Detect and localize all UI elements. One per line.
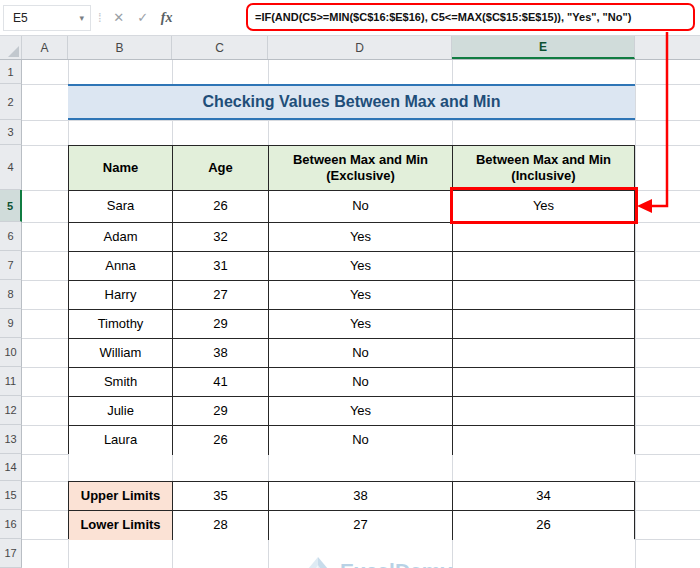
formula-bar-divider-icon: ⁞ bbox=[98, 10, 102, 25]
sheet-grid[interactable]: Checking Values Between Max and Min Name… bbox=[22, 60, 700, 568]
row-header-12[interactable]: 12 bbox=[0, 396, 22, 425]
main-table: Name Age Between Max and Min (Exclusive)… bbox=[68, 145, 635, 454]
cell-E9[interactable] bbox=[453, 310, 634, 339]
column-header-filler bbox=[635, 36, 700, 59]
cell-E10[interactable] bbox=[453, 339, 634, 368]
cell-E4[interactable]: Between Max and Min (Inclusive) bbox=[453, 146, 634, 191]
column-header-A[interactable]: A bbox=[22, 36, 68, 59]
limits-table: Upper Limits 35 38 34 Lower Limits 28 27… bbox=[68, 481, 635, 539]
cell-C11[interactable]: 41 bbox=[173, 368, 269, 397]
column-header-bar: A B C D E bbox=[0, 36, 700, 60]
row-header-11[interactable]: 11 bbox=[0, 367, 22, 396]
select-all-corner[interactable] bbox=[0, 36, 22, 59]
formula-bar: E5 ▾ ⁞ ✕ ✓ fx =IF(AND(C5>=MIN($C$16:$E$1… bbox=[0, 0, 700, 36]
cell-E11[interactable] bbox=[453, 368, 634, 397]
cell-D10[interactable]: No bbox=[269, 339, 453, 368]
row-header-13[interactable]: 13 bbox=[0, 425, 22, 454]
watermark-brand: ExcelDemy bbox=[340, 560, 452, 568]
row-header-16[interactable]: 16 bbox=[0, 510, 22, 539]
chevron-down-icon[interactable]: ▾ bbox=[79, 13, 84, 23]
cell-E7[interactable] bbox=[453, 252, 634, 281]
cell-D7[interactable]: Yes bbox=[269, 252, 453, 281]
cell-C15[interactable]: 35 bbox=[173, 482, 269, 511]
name-box-value: E5 bbox=[13, 11, 28, 25]
formula-input[interactable]: =IF(AND(C5>=MIN($C$16:$E$16), C5<=MAX($C… bbox=[246, 3, 695, 31]
cell-B12[interactable]: Julie bbox=[69, 397, 173, 426]
row-header-10[interactable]: 10 bbox=[0, 338, 22, 367]
cell-D6[interactable]: Yes bbox=[269, 223, 453, 252]
cell-D13[interactable]: No bbox=[269, 426, 453, 455]
enter-icon[interactable]: ✓ bbox=[131, 5, 155, 31]
cell-D4[interactable]: Between Max and Min (Exclusive) bbox=[269, 146, 453, 191]
row-header-1[interactable]: 1 bbox=[0, 60, 22, 84]
watermark: ExcelDemy EXCEL · DATA · BI bbox=[303, 557, 452, 568]
cell-B16[interactable]: Lower Limits bbox=[69, 511, 173, 540]
cell-B7[interactable]: Anna bbox=[69, 252, 173, 281]
cell-C10[interactable]: 38 bbox=[173, 339, 269, 368]
cell-E6[interactable] bbox=[453, 223, 634, 252]
row-header-8[interactable]: 8 bbox=[0, 280, 22, 309]
row-header-14[interactable]: 14 bbox=[0, 454, 22, 481]
name-box[interactable]: E5 ▾ bbox=[3, 5, 91, 31]
cell-C7[interactable]: 31 bbox=[173, 252, 269, 281]
row-header-5[interactable]: 5 bbox=[0, 190, 22, 222]
cell-B10[interactable]: William bbox=[69, 339, 173, 368]
column-header-C[interactable]: C bbox=[172, 36, 268, 59]
cell-E16[interactable]: 26 bbox=[453, 511, 634, 540]
sheet-title-cell[interactable]: Checking Values Between Max and Min bbox=[68, 84, 635, 120]
cell-D16[interactable]: 27 bbox=[269, 511, 453, 540]
cell-D15[interactable]: 38 bbox=[269, 482, 453, 511]
cell-B8[interactable]: Harry bbox=[69, 281, 173, 310]
cell-B11[interactable]: Smith bbox=[69, 368, 173, 397]
row-header-17[interactable]: 17 bbox=[0, 539, 22, 568]
cell-B5[interactable]: Sara bbox=[69, 191, 173, 223]
row-header-15[interactable]: 15 bbox=[0, 481, 22, 510]
cell-C8[interactable]: 27 bbox=[173, 281, 269, 310]
cell-B9[interactable]: Timothy bbox=[69, 310, 173, 339]
cell-C9[interactable]: 29 bbox=[173, 310, 269, 339]
cell-B4[interactable]: Name bbox=[69, 146, 173, 191]
cell-C13[interactable]: 26 bbox=[173, 426, 269, 455]
cell-D8[interactable]: Yes bbox=[269, 281, 453, 310]
cell-E5[interactable]: Yes bbox=[453, 191, 634, 223]
row-header-2[interactable]: 2 bbox=[0, 84, 22, 120]
insert-function-icon[interactable]: fx bbox=[155, 5, 179, 31]
cancel-icon[interactable]: ✕ bbox=[107, 5, 131, 31]
column-header-D[interactable]: D bbox=[268, 36, 452, 59]
cell-C6[interactable]: 32 bbox=[173, 223, 269, 252]
row-header-6[interactable]: 6 bbox=[0, 222, 22, 251]
cell-C4[interactable]: Age bbox=[173, 146, 269, 191]
row-header-bar: 1 2 3 4 5 6 7 8 9 10 11 12 13 14 15 16 1… bbox=[0, 60, 22, 568]
cell-D11[interactable]: No bbox=[269, 368, 453, 397]
select-all-triangle-icon bbox=[8, 46, 19, 57]
row-header-3[interactable]: 3 bbox=[0, 120, 22, 145]
row-header-7[interactable]: 7 bbox=[0, 251, 22, 280]
cell-B6[interactable]: Adam bbox=[69, 223, 173, 252]
column-header-E[interactable]: E bbox=[452, 36, 635, 59]
cell-E12[interactable] bbox=[453, 397, 634, 426]
row-header-9[interactable]: 9 bbox=[0, 309, 22, 338]
cell-C12[interactable]: 29 bbox=[173, 397, 269, 426]
cell-B15[interactable]: Upper Limits bbox=[69, 482, 173, 511]
column-header-B[interactable]: B bbox=[68, 36, 172, 59]
cell-C16[interactable]: 28 bbox=[173, 511, 269, 540]
row-header-4[interactable]: 4 bbox=[0, 145, 22, 190]
watermark-text: ExcelDemy EXCEL · DATA · BI bbox=[340, 560, 452, 568]
cell-D9[interactable]: Yes bbox=[269, 310, 453, 339]
cell-C5[interactable]: 26 bbox=[173, 191, 269, 223]
cell-E13[interactable] bbox=[453, 426, 634, 455]
cell-E15[interactable]: 34 bbox=[453, 482, 634, 511]
spreadsheet-app: E5 ▾ ⁞ ✕ ✓ fx =IF(AND(C5>=MIN($C$16:$E$1… bbox=[0, 0, 700, 568]
cell-E8[interactable] bbox=[453, 281, 634, 310]
cell-D12[interactable]: Yes bbox=[269, 397, 453, 426]
exceldemy-logo-icon bbox=[303, 557, 333, 568]
cell-D5[interactable]: No bbox=[269, 191, 453, 223]
cell-B13[interactable]: Laura bbox=[69, 426, 173, 455]
